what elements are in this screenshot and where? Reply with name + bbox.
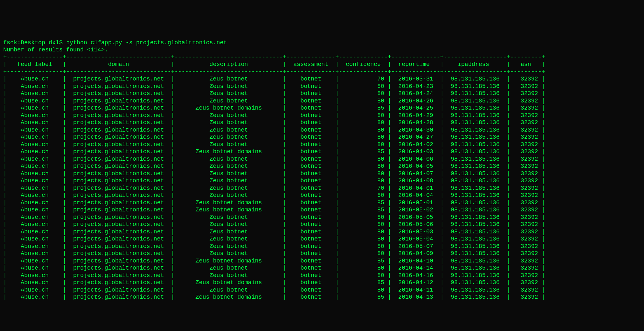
summary-line: Number of results found <114>. [3,47,108,53]
results-table: +----------------+----------------------… [3,54,545,301]
terminal-output: fsck:Desktop dxl$ python c1fapp.py -s pr… [0,37,644,304]
prompt-line: fsck:Desktop dxl$ python c1fapp.py -s pr… [3,39,227,46]
